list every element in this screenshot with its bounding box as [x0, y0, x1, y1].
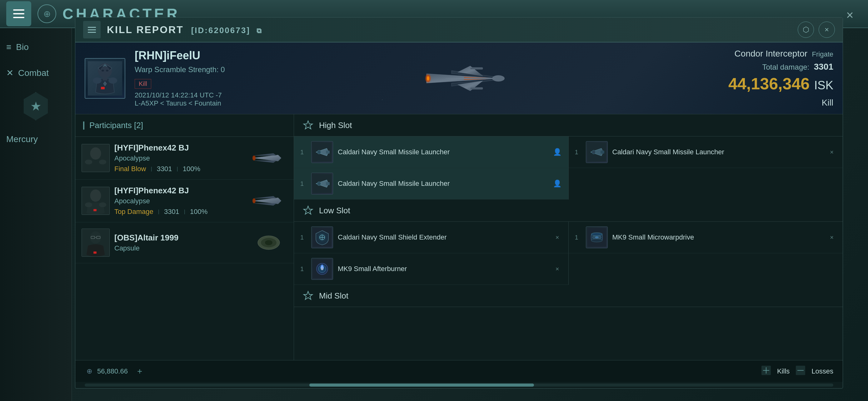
missile-launcher-icon-2 [311, 173, 333, 195]
participant-avatar-3 [82, 229, 110, 257]
bottom-stat-value: 56,880.66 [97, 367, 128, 375]
shield-extender-icon [311, 226, 333, 248]
fit-item-name: MK9 Small Afterburner [338, 264, 548, 274]
bottom-kills-losses: Kills Losses [762, 366, 833, 377]
fit-item-close-button[interactable]: × [827, 147, 836, 157]
fit-item-close-button[interactable]: × [553, 233, 562, 242]
high-slot-icon [302, 119, 314, 132]
fit-item: 1 Caldari Navy Small Missile Launcher 👤 [294, 168, 568, 200]
add-button[interactable]: + [137, 366, 142, 376]
high-slot-header: High Slot [294, 114, 843, 136]
fit-item-close-button[interactable]: × [827, 233, 836, 242]
close-icon: × [825, 25, 829, 34]
participant-avatar-2 [82, 187, 110, 215]
mid-slot-header: Mid Slot [294, 285, 843, 307]
sidebar-item-mercury[interactable]: Mercury [0, 127, 71, 152]
top-damage-label: Top Damage [114, 208, 153, 216]
final-blow-label: Final Blow [114, 165, 146, 173]
participant-3-avatar-svg [82, 229, 110, 257]
participant-ship-2: Apocalypse [114, 197, 245, 205]
sidebar-label-bio: Bio [16, 42, 28, 52]
svg-point-28 [99, 202, 106, 207]
fit-item: 1 [569, 222, 843, 253]
participant-ship-3: Capsule [114, 244, 245, 252]
sidebar-label-combat: Combat [18, 68, 49, 78]
hamburger-icon [13, 9, 24, 18]
kill-report-window: KILL REPORT [ID:6200673] ⧉ ⬡ × [75, 17, 843, 389]
svg-point-22 [85, 160, 92, 165]
svg-point-23 [99, 160, 106, 165]
participant-stats-1: Final Blow | 3301 | 100% [114, 165, 245, 173]
svg-rect-29 [93, 209, 97, 211]
sidebar-item-bio[interactable]: ≡ Bio [0, 34, 71, 60]
afterburner-icon [311, 258, 333, 280]
participant-row: [HYFI]Phenex42 BJ Apocalypse Final Blow … [75, 137, 294, 179]
fit-item-name: MK9 Small Microwarpdrive [612, 233, 823, 242]
fit-item-name: Caldari Navy Small Shield Extender [338, 233, 548, 242]
combat-icon: ✕ [6, 68, 13, 78]
low-slot-left: 1 [294, 222, 569, 285]
participant-ship-icon-1 [250, 147, 287, 169]
high-slot-label: High Slot [319, 121, 352, 130]
fit-item: 1 Caldari Navy Small Missile Launcher 👤 [294, 136, 568, 168]
kills-icon [762, 366, 771, 377]
sidebar-item-combat[interactable]: ✕ Combat [0, 60, 71, 86]
participant-ship-icon-3 [250, 232, 287, 254]
participants-header: Participants [2] [75, 114, 294, 137]
participant-name-3: [OBS]Altair 1999 [114, 233, 245, 243]
nav-menu-button[interactable] [6, 1, 31, 26]
svg-point-41 [317, 150, 321, 154]
participant-pct-2: 100% [190, 208, 208, 216]
external-icon: ⬡ [803, 25, 809, 34]
kill-report-header: KILL REPORT [ID:6200673] ⧉ ⬡ × [75, 18, 843, 42]
nav-logo: ⊕ [37, 4, 56, 23]
svg-point-27 [85, 202, 92, 207]
svg-rect-42 [326, 151, 330, 154]
missile-launcher-icon-3 [586, 141, 608, 163]
low-slot-icon [302, 204, 314, 217]
participant-1-avatar-svg [82, 144, 110, 172]
copy-icon[interactable]: ⧉ [256, 27, 262, 35]
participant-ship-1: Apocalypse [114, 154, 245, 162]
fit-item-name: Caldari Navy Small Missile Launcher [338, 179, 548, 189]
svg-rect-18 [470, 67, 483, 69]
victim-section: [RHN]iFeelU Warp Scramble Strength: 0 Ki… [75, 42, 843, 114]
sidebar-hex-icon[interactable]: ★ [22, 92, 50, 120]
external-link-button[interactable]: ⬡ [798, 22, 814, 38]
fit-item: 1 Caldari Navy Small Missile Launcher × [569, 136, 843, 168]
svg-point-44 [317, 182, 321, 186]
svg-point-26 [90, 190, 101, 202]
svg-rect-48 [600, 151, 604, 154]
scrollbar-thumb[interactable] [309, 383, 534, 387]
svg-rect-36 [93, 252, 97, 254]
close-kill-report-button[interactable]: × [818, 22, 835, 38]
svg-point-21 [90, 147, 101, 160]
high-slot-left: 1 Caldari Navy Small Missile Launcher 👤 [294, 136, 569, 200]
high-slot-columns: 1 Caldari Navy Small Missile Launcher 👤 [294, 136, 843, 200]
fit-item: 1 [294, 253, 568, 285]
svg-point-39 [265, 240, 273, 245]
fit-item-close-button[interactable]: × [553, 264, 562, 274]
app-close-button[interactable]: × [841, 6, 859, 24]
svg-rect-45 [326, 182, 330, 185]
participant-name-2: [HYFI]Phenex42 BJ [114, 186, 245, 196]
hamburger-icon: ≡ [6, 42, 11, 52]
low-slot-label: Low Slot [319, 206, 350, 215]
participant-info-3: [OBS]Altair 1999 Capsule [114, 233, 245, 252]
participant-avatar-1 [82, 144, 110, 172]
stat-icon: ⊕ [85, 367, 94, 376]
low-slot-right: 1 [569, 222, 843, 285]
svg-point-57 [321, 268, 323, 270]
ship-svg [417, 47, 536, 110]
fit-item-name: Caldari Navy Small Missile Launcher [612, 147, 823, 157]
participants-panel: Participants [2] [HYFI]Phenex42 BJ Apoca… [75, 114, 294, 360]
header-menu-button[interactable] [83, 21, 101, 38]
mid-slot-label: Mid Slot [319, 291, 348, 301]
participant-ship-icon-2 [250, 190, 287, 212]
scrollbar-track[interactable] [85, 383, 833, 387]
kill-report-title: KILL REPORT [ID:6200673] ⧉ [107, 24, 792, 36]
bottom-bar: ⊕ 56,880.66 + Kills Losses [75, 360, 843, 382]
svg-point-30 [252, 198, 256, 203]
svg-point-63 [595, 236, 599, 238]
person-indicator-icon: 👤 [553, 147, 562, 157]
